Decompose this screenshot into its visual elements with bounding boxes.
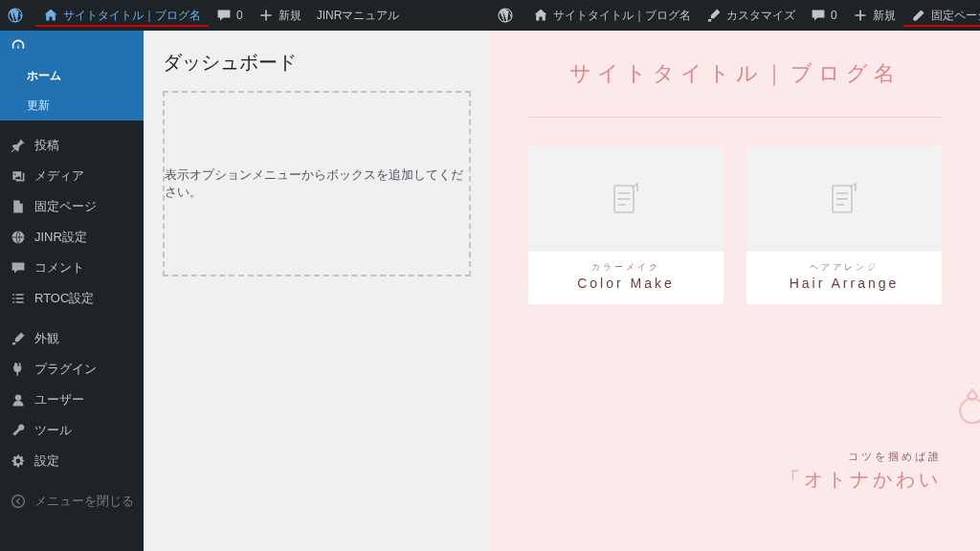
jinr-label: JINRマニュアル bbox=[317, 8, 400, 24]
svg-point-5 bbox=[960, 399, 980, 424]
card-title: Hair Arrange bbox=[746, 276, 942, 291]
menu-label: メニューを閉じる bbox=[34, 493, 134, 510]
admin-content: ダッシュボード 表示オプションメニューからボックスを追加してください。 bbox=[144, 31, 490, 551]
frontend-site-title: サイトタイトル｜ブログ名 bbox=[528, 59, 942, 88]
comments-button[interactable]: 0 bbox=[209, 0, 251, 31]
submenu-update[interactable]: 更新 bbox=[0, 91, 144, 121]
comment-icon bbox=[10, 259, 27, 276]
menu-comments[interactable]: コメント bbox=[0, 253, 144, 283]
comment-icon bbox=[811, 8, 826, 23]
comment-icon bbox=[216, 8, 232, 23]
menu-label: ユーザー bbox=[34, 391, 84, 408]
menu-label: 投稿 bbox=[34, 137, 59, 154]
dashboard-icon bbox=[10, 37, 27, 55]
card-color-make[interactable]: カラーメイク Color Make bbox=[528, 146, 724, 304]
admin-sidebar: ホーム 更新 投稿 メディア 固定ページ JINR設定 コメント RTOC設定 … bbox=[0, 31, 144, 551]
menu-appearance[interactable]: 外観 bbox=[0, 323, 144, 354]
ring-decoration bbox=[951, 385, 980, 430]
edit-fixed-label: 固定ページを編集 bbox=[931, 8, 980, 24]
card-tag: カラーメイク bbox=[528, 261, 724, 274]
wordpress-icon bbox=[8, 8, 23, 23]
home-icon bbox=[43, 8, 58, 23]
edit-fixed-page-button[interactable]: 固定ページを編集 bbox=[903, 0, 980, 31]
site-title-button[interactable]: サイトタイトル｜ブログ名 bbox=[525, 0, 699, 31]
document-icon bbox=[821, 176, 867, 222]
wp-admin-left: サイトタイトル｜ブログ名 0 新規 JINRマニュアル サイトを表示 bbox=[0, 0, 490, 551]
comments-button[interactable]: 0 bbox=[803, 0, 845, 31]
new-label: 新規 bbox=[873, 8, 896, 24]
svg-point-1 bbox=[15, 394, 21, 400]
gear-icon bbox=[10, 452, 27, 470]
card-hair-arrange[interactable]: ヘアアレンジ Hair Arrange bbox=[746, 146, 942, 304]
admin-bar-right: サイトタイトル｜ブログ名 カスタマイズ 0 新規 固定ページを編集 JINR bbox=[490, 0, 980, 31]
menu-pages[interactable]: 固定ページ bbox=[0, 191, 144, 222]
media-icon bbox=[10, 167, 27, 185]
svg-point-2 bbox=[12, 496, 25, 508]
tagline-small: コツを掴めば誰 bbox=[848, 450, 942, 464]
submenu-home[interactable]: ホーム bbox=[0, 61, 144, 91]
customize-label: カスタマイズ bbox=[726, 8, 795, 24]
ring-icon bbox=[951, 385, 980, 427]
wordpress-icon bbox=[498, 8, 513, 23]
card-row: カラーメイク Color Make ヘアアレンジ Hair Arrange bbox=[528, 146, 942, 304]
home-icon bbox=[533, 8, 548, 23]
wp-logo-button[interactable] bbox=[490, 0, 525, 31]
menu-label: プラグイン bbox=[34, 361, 97, 378]
site-title-button[interactable]: サイトタイトル｜ブログ名 bbox=[35, 0, 209, 31]
new-button[interactable]: 新規 bbox=[845, 0, 903, 31]
wp-logo-button[interactable] bbox=[0, 0, 35, 31]
customize-button[interactable]: カスタマイズ bbox=[699, 0, 803, 31]
menu-label: 固定ページ bbox=[34, 198, 97, 215]
divider bbox=[528, 117, 942, 118]
globe-icon bbox=[10, 229, 27, 246]
new-button[interactable]: 新規 bbox=[251, 0, 309, 31]
menu-posts[interactable]: 投稿 bbox=[0, 130, 144, 161]
admin-bar-left: サイトタイトル｜ブログ名 0 新規 JINRマニュアル bbox=[0, 0, 490, 31]
comments-count: 0 bbox=[236, 9, 243, 22]
plus-icon bbox=[853, 8, 868, 23]
menu-jinr[interactable]: JINR設定 bbox=[0, 222, 144, 253]
card-thumb bbox=[746, 146, 942, 252]
menu-label: JINR設定 bbox=[34, 229, 87, 246]
dashboard-empty-text: 表示オプションメニューからボックスを追加してください。 bbox=[165, 166, 469, 201]
wrench-icon bbox=[10, 422, 27, 439]
plug-icon bbox=[10, 361, 27, 378]
site-title-label: サイトタイトル｜ブログ名 bbox=[63, 8, 201, 24]
dashboard-empty-box: 表示オプションメニューからボックスを追加してください。 bbox=[163, 91, 471, 276]
new-label: 新規 bbox=[278, 8, 301, 24]
menu-rtoc[interactable]: RTOC設定 bbox=[0, 283, 144, 314]
menu-settings[interactable]: 設定 bbox=[0, 446, 144, 476]
collapse-icon bbox=[10, 493, 27, 510]
frontend-right: サイトタイトル｜ブログ名 カスタマイズ 0 新規 固定ページを編集 JINR bbox=[490, 0, 980, 551]
card-thumb bbox=[528, 146, 724, 252]
card-title: Color Make bbox=[528, 276, 724, 291]
menu-media[interactable]: メディア bbox=[0, 161, 144, 191]
list-icon bbox=[10, 290, 27, 307]
comments-count: 0 bbox=[831, 9, 837, 22]
user-icon bbox=[10, 391, 27, 408]
frontend-body: サイトタイトル｜ブログ名 カラーメイク Color Make ヘアアレンジ Ha… bbox=[490, 31, 980, 551]
tagline-big: 「オトナかわい bbox=[781, 467, 942, 493]
pin-icon bbox=[10, 137, 27, 154]
menu-label: メディア bbox=[34, 167, 84, 185]
menu-plugins[interactable]: プラグイン bbox=[0, 354, 144, 385]
plus-icon bbox=[258, 8, 274, 23]
card-tag: ヘアアレンジ bbox=[746, 261, 942, 274]
menu-label: 外観 bbox=[34, 330, 59, 347]
menu-tools[interactable]: ツール bbox=[0, 415, 144, 446]
page-icon bbox=[10, 198, 27, 215]
document-icon bbox=[603, 176, 649, 222]
menu-label: ツール bbox=[34, 422, 72, 439]
menu-label: RTOC設定 bbox=[34, 290, 94, 307]
brush-icon bbox=[10, 330, 27, 347]
brush-icon bbox=[706, 8, 722, 23]
site-title-label: サイトタイトル｜ブログ名 bbox=[553, 8, 691, 24]
menu-collapse[interactable]: メニューを閉じる bbox=[0, 486, 144, 517]
menu-dashboard[interactable] bbox=[0, 31, 144, 61]
pencil-icon bbox=[911, 8, 926, 23]
menu-users[interactable]: ユーザー bbox=[0, 385, 144, 415]
menu-label: コメント bbox=[34, 259, 84, 276]
jinr-manual-link[interactable]: JINRマニュアル bbox=[309, 0, 408, 31]
page-title: ダッシュボード bbox=[163, 50, 471, 76]
menu-label: 設定 bbox=[34, 452, 59, 470]
